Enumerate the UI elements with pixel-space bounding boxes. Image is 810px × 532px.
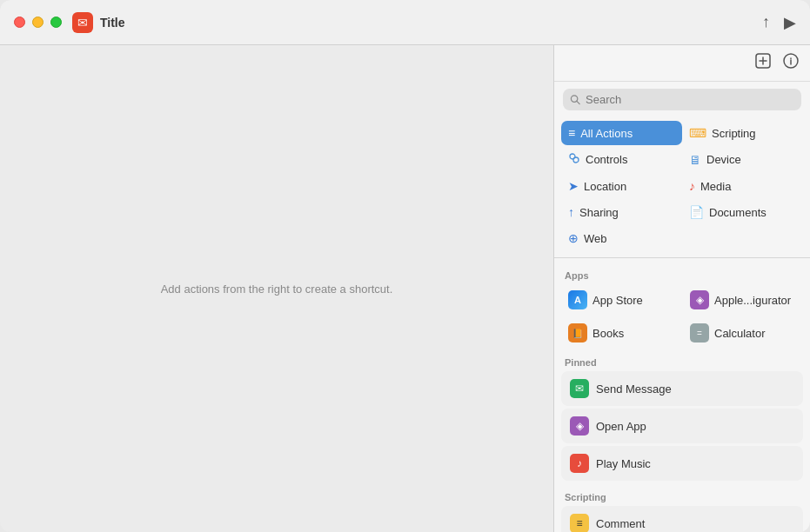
info-button[interactable]	[782, 52, 800, 74]
left-panel: Add actions from the right to create a s…	[0, 45, 553, 532]
category-documents-label: Documents	[709, 206, 766, 219]
location-icon: ➤	[568, 179, 579, 193]
comment-icon: ≡	[570, 514, 589, 532]
right-topbar	[554, 45, 810, 82]
category-all-actions[interactable]: ≡ All Actions	[561, 121, 682, 145]
media-icon: ♪	[689, 179, 695, 193]
documents-icon: 📄	[689, 205, 704, 219]
pinned-section-label: Pinned	[561, 349, 803, 371]
category-sharing-label: Sharing	[579, 206, 619, 219]
action-list[interactable]: Apps A App Store ◈ Apple...igurator 📙 Bo…	[554, 262, 810, 532]
category-controls-label: Controls	[586, 153, 627, 166]
search-bar	[554, 82, 810, 117]
search-icon	[570, 94, 580, 105]
app-item-app-store[interactable]: A App Store	[561, 284, 681, 316]
scripting-section-label: Scripting	[561, 483, 803, 506]
web-icon: ⊕	[568, 231, 579, 245]
action-item-play-music[interactable]: ♪ Play Music	[561, 446, 803, 481]
category-device-label: Device	[706, 153, 741, 166]
window-title: Title	[100, 16, 762, 30]
comment-label: Comment	[596, 517, 645, 530]
search-input[interactable]	[586, 93, 794, 106]
titlebar: ✉ Title ↑ ▶	[0, 0, 810, 45]
category-location[interactable]: ➤ Location	[561, 174, 682, 198]
right-panel: ≡ All Actions ⌨ Scripting Controls	[553, 45, 810, 532]
category-controls[interactable]: Controls	[561, 147, 682, 172]
app-item-apple-configurator[interactable]: ◈ Apple...igurator	[683, 284, 803, 316]
category-location-label: Location	[584, 180, 626, 193]
category-all-actions-label: All Actions	[580, 127, 633, 140]
app-store-icon: A	[568, 290, 587, 309]
action-item-comment[interactable]: ≡ Comment	[561, 506, 803, 532]
app-store-label: App Store	[592, 294, 643, 307]
maximize-button[interactable]	[50, 17, 62, 28]
category-web[interactable]: ⊕ Web	[561, 226, 682, 250]
app-item-books[interactable]: 📙 Books	[561, 317, 681, 349]
category-scripting[interactable]: ⌨ Scripting	[682, 121, 803, 145]
action-item-send-message[interactable]: ✉ Send Message	[561, 371, 803, 406]
send-message-label: Send Message	[596, 382, 672, 396]
device-icon: 🖥	[689, 153, 701, 167]
controls-icon	[568, 152, 580, 167]
sharing-icon: ↑	[568, 205, 574, 219]
category-scripting-label: Scripting	[712, 127, 756, 140]
add-shortcut-icon	[754, 52, 772, 70]
scripting-icon: ⌨	[689, 126, 706, 140]
app-icon: ✉	[72, 12, 93, 33]
app-item-calculator[interactable]: = Calculator	[683, 317, 803, 349]
empty-hint: Add actions from the right to create a s…	[161, 283, 393, 296]
play-music-icon: ♪	[570, 454, 589, 473]
close-button[interactable]	[14, 17, 25, 28]
category-media-label: Media	[700, 180, 731, 193]
apple-configurator-icon: ◈	[690, 290, 709, 309]
svg-point-5	[573, 157, 579, 163]
share-button[interactable]: ↑	[762, 13, 770, 31]
info-icon	[782, 52, 800, 70]
category-web-label: Web	[584, 232, 607, 245]
all-actions-icon: ≡	[568, 126, 575, 140]
add-shortcut-button[interactable]	[754, 52, 772, 74]
titlebar-actions: ↑ ▶	[762, 13, 796, 32]
main-content: Add actions from the right to create a s…	[0, 45, 810, 532]
traffic-lights	[14, 17, 62, 28]
apps-grid: A App Store ◈ Apple...igurator 📙 Books =…	[561, 284, 803, 349]
search-input-wrap[interactable]	[563, 89, 801, 110]
category-media[interactable]: ♪ Media	[682, 174, 803, 198]
books-label: Books	[592, 327, 624, 340]
svg-line-3	[577, 101, 579, 103]
category-documents[interactable]: 📄 Documents	[682, 200, 803, 224]
open-app-icon: ◈	[570, 416, 589, 436]
category-grid: ≡ All Actions ⌨ Scripting Controls	[554, 117, 810, 254]
divider	[554, 257, 810, 258]
calculator-label: Calculator	[714, 327, 766, 340]
open-app-label: Open App	[596, 420, 646, 433]
minimize-button[interactable]	[32, 17, 44, 28]
apple-configurator-label: Apple...igurator	[714, 294, 791, 307]
apps-section-label: Apps	[561, 262, 803, 284]
category-sharing[interactable]: ↑ Sharing	[561, 200, 682, 224]
category-device[interactable]: 🖥 Device	[682, 147, 803, 172]
play-button[interactable]: ▶	[784, 13, 796, 32]
play-music-label: Play Music	[596, 457, 651, 470]
action-item-open-app[interactable]: ◈ Open App	[561, 409, 803, 443]
calculator-icon: =	[690, 323, 709, 342]
books-icon: 📙	[568, 323, 587, 342]
send-message-icon: ✉	[570, 379, 589, 398]
